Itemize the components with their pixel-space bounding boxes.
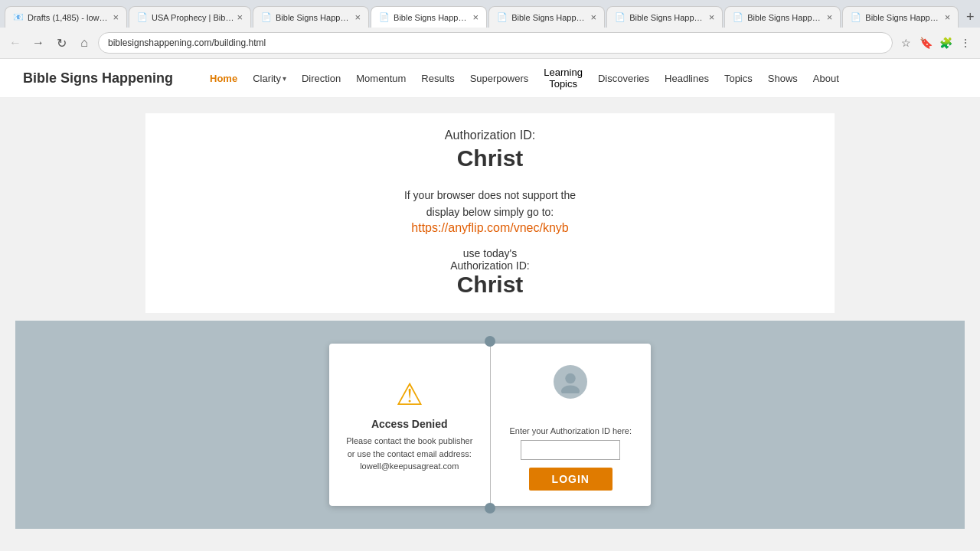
toolbar-icons: ☆ 🔖 🧩 ⋮ — [897, 34, 974, 51]
dialog-left: ⚠ Access Denied Please contact the book … — [329, 344, 491, 506]
access-denied-title: Access Denied — [371, 418, 448, 430]
back-button[interactable]: ← — [6, 34, 24, 52]
main-content: Authorization ID: Christ If your browser… — [0, 98, 980, 544]
auth-value-1: Christ — [161, 145, 819, 171]
forward-button[interactable]: → — [29, 34, 47, 52]
tab-favicon: 📄 — [615, 12, 626, 23]
dialog-right: Enter your Authorization ID here: LOGIN — [491, 344, 652, 506]
auth-value-2: Christ — [161, 272, 819, 298]
login-dialog: ⚠ Access Denied Please contact the book … — [329, 344, 651, 506]
tab-gmail[interactable]: 📧 Drafts (1,485) - lowellrt@... × — [5, 6, 127, 28]
svg-point-1 — [561, 385, 580, 393]
warning-icon: ⚠ — [396, 377, 423, 412]
browser-chrome: 📧 Drafts (1,485) - lowellrt@... × 📄 USA … — [0, 0, 980, 59]
login-button[interactable]: LOGIN — [529, 468, 612, 491]
tab-label: Bible Signs Happening — [276, 13, 351, 22]
tab-bible-signs-1[interactable]: 📄 Bible Signs Happening × — [253, 6, 369, 28]
auth-id-input[interactable] — [521, 440, 620, 460]
tab-close-icon[interactable]: × — [113, 11, 119, 23]
tab-favicon: 📄 — [137, 12, 148, 23]
tab-bible-signs-4[interactable]: 📄 Bible Signs Happening × — [724, 6, 841, 28]
address-bar-row: ← → ↻ ⌂ ☆ 🔖 🧩 ⋮ — [0, 28, 980, 58]
tab-label: USA Prophecy | Bible Si... — [152, 13, 234, 22]
nav-item-results[interactable]: Results — [415, 70, 460, 87]
dialog-right-inner: Enter your Authorization ID here: LOGIN — [506, 382, 636, 491]
nav-item-direction[interactable]: Direction — [296, 70, 347, 87]
site-title: Bible Signs Happening — [23, 70, 173, 86]
access-denied-text: Please contact the book publisher or use… — [345, 435, 475, 473]
connector-bottom — [485, 503, 495, 514]
connector-top — [485, 336, 495, 347]
tab-favicon: 📄 — [379, 12, 390, 23]
star-icon[interactable]: ☆ — [897, 34, 914, 51]
tab-favicon: 📄 — [851, 12, 861, 23]
nav-item-shows[interactable]: Shows — [762, 70, 804, 87]
tab-usa-prophecy[interactable]: 📄 USA Prophecy | Bible Si... × — [129, 6, 251, 28]
nav-item-home[interactable]: Home — [204, 70, 243, 87]
nav-item-learning-label: Learning — [537, 67, 589, 78]
address-input[interactable] — [98, 32, 893, 54]
svg-point-0 — [566, 373, 577, 384]
content-area: Authorization ID: Christ If your browser… — [145, 113, 835, 313]
tab-close-icon[interactable]: × — [591, 11, 597, 23]
nav-item-superpowers-label: Superpowers — [464, 73, 535, 84]
reload-button[interactable]: ↻ — [52, 34, 70, 52]
site-header: Bible Signs Happening Home Clarity ▾ Dir… — [0, 59, 980, 98]
site-nav: Home Clarity ▾ Direction Momentum Result… — [204, 67, 845, 90]
nav-item-clarity[interactable]: Clarity ▾ — [247, 70, 292, 87]
nav-item-about[interactable]: About — [807, 70, 845, 87]
tab-bible-signs-active[interactable]: 📄 Bible Signs Happening × — [371, 6, 487, 28]
tab-close-icon[interactable]: × — [827, 11, 833, 23]
tab-label: Bible Signs Happening — [629, 13, 705, 22]
nav-item-topics-label: Topics — [543, 78, 583, 90]
widget-area: ⚠ Access Denied Please contact the book … — [15, 321, 965, 529]
nav-item-headlines[interactable]: Headlines — [658, 70, 715, 87]
tab-close-icon[interactable]: × — [945, 11, 951, 23]
tab-label: Bible Signs Happening — [511, 13, 587, 22]
tab-favicon: 📧 — [13, 12, 24, 23]
dropdown-arrow: ▾ — [283, 74, 286, 83]
browser-notice-line2: display below simply go to: — [161, 204, 819, 220]
tab-close-icon[interactable]: × — [709, 11, 715, 23]
browser-notice-line1: If your browser does not support the — [161, 187, 819, 204]
nav-item-superpowers[interactable]: Superpowers — [464, 73, 535, 84]
settings-icon[interactable]: ⋮ — [957, 34, 974, 51]
avatar-icon — [559, 370, 582, 393]
home-button[interactable]: ⌂ — [75, 34, 93, 52]
nav-item-topics[interactable]: Topics — [718, 70, 759, 87]
tab-bible-signs-2[interactable]: 📄 Bible Signs Happening × — [488, 6, 605, 28]
tab-label: Bible Signs Happening — [747, 13, 823, 22]
browser-link[interactable]: https://anyflip.com/vnec/knyb — [411, 221, 568, 234]
auth-label-1: Authorization ID: — [161, 129, 819, 142]
use-today-line1: use today's — [161, 247, 819, 259]
auth-label-2: Authorization ID: — [161, 259, 819, 272]
nav-item-discoveries[interactable]: Discoveries — [592, 70, 655, 87]
nav-item-learning[interactable]: Learning Topics — [537, 67, 589, 90]
bookmark-icon[interactable]: 🔖 — [917, 34, 934, 51]
tab-label: Bible Signs Happening — [394, 13, 469, 22]
tab-favicon: 📄 — [261, 12, 272, 23]
tab-bar: 📧 Drafts (1,485) - lowellrt@... × 📄 USA … — [0, 0, 980, 28]
tab-bible-signs-3[interactable]: 📄 Bible Signs Happening × — [606, 6, 723, 28]
tab-label: Bible Signs Happening — [865, 13, 941, 22]
tab-bible-signs-5[interactable]: 📄 Bible Signs Happening × — [842, 6, 959, 28]
tab-favicon: 📄 — [733, 12, 743, 23]
extensions-icon[interactable]: 🧩 — [937, 34, 954, 51]
tab-favicon: 📄 — [497, 12, 508, 23]
auth-id-label: Enter your Authorization ID here: — [509, 426, 632, 435]
tab-close-icon[interactable]: × — [354, 11, 361, 23]
new-tab-button[interactable]: + — [960, 6, 980, 28]
nav-item-momentum[interactable]: Momentum — [350, 70, 412, 87]
tab-close-icon[interactable]: × — [473, 11, 479, 23]
tab-label: Drafts (1,485) - lowellrt@... — [28, 13, 109, 22]
tab-close-icon[interactable]: × — [237, 11, 243, 23]
user-avatar — [554, 365, 587, 399]
page: Bible Signs Happening Home Clarity ▾ Dir… — [0, 59, 980, 544]
